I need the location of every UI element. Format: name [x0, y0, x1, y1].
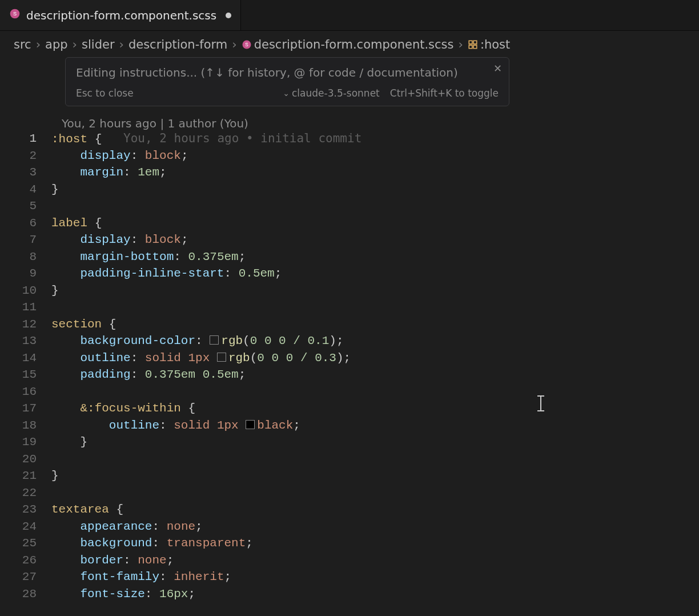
code-line[interactable]: 10}	[0, 282, 699, 299]
chevron-right-icon: ›	[458, 38, 463, 51]
color-swatch-icon[interactable]	[210, 335, 219, 345]
code-content[interactable]: :host { You, 2 hours ago • initial commi…	[51, 130, 361, 147]
breadcrumb-item[interactable]: src	[14, 38, 31, 51]
code-content[interactable]: outline: solid 1px black;	[51, 417, 300, 434]
code-line[interactable]: 28 font-size: 16px;	[0, 586, 699, 603]
code-line[interactable]: 20	[0, 451, 699, 468]
breadcrumb-item[interactable]: Sdescription-form.component.scss	[242, 38, 454, 51]
code-content[interactable]: border: none;	[51, 552, 174, 569]
line-number: 5	[0, 198, 51, 215]
scrollbar[interactable]	[690, 33, 698, 616]
code-content[interactable]: margin: 1em;	[51, 164, 167, 181]
code-content[interactable]: }	[51, 181, 59, 198]
scss-file-icon: S	[9, 8, 21, 23]
code-content[interactable]: font-family: inherit;	[51, 569, 231, 586]
code-line[interactable]: 11	[0, 299, 699, 316]
close-icon[interactable]: ✕	[493, 62, 502, 74]
code-content[interactable]: &:focus-within {	[51, 400, 195, 417]
chevron-down-icon: ⌄	[283, 89, 290, 98]
line-number: 20	[0, 451, 51, 468]
line-number: 2	[0, 147, 51, 165]
breadcrumb: src › app › slider › description-form › …	[0, 31, 699, 57]
code-line[interactable]: 26 border: none;	[0, 552, 699, 569]
code-line[interactable]: 7 display: block;	[0, 231, 699, 249]
code-content[interactable]: }	[51, 467, 59, 485]
chevron-right-icon: ›	[73, 38, 77, 51]
code-line[interactable]: 2 display: block;	[0, 147, 699, 165]
code-content[interactable]: textarea {	[51, 501, 123, 518]
line-number: 25	[0, 535, 51, 552]
code-line[interactable]: 3 margin: 1em;	[0, 164, 699, 181]
color-swatch-icon[interactable]	[217, 353, 226, 362]
code-line[interactable]: 9 padding-inline-start: 0.5em;	[0, 265, 699, 282]
line-number: 3	[0, 164, 51, 181]
line-number: 6	[0, 215, 51, 232]
color-swatch-icon[interactable]	[246, 420, 255, 429]
code-line[interactable]: 4}	[0, 181, 699, 198]
code-content[interactable]: }	[51, 434, 87, 451]
code-line[interactable]: 14 outline: solid 1px rgb(0 0 0 / 0.3);	[0, 350, 699, 367]
code-line[interactable]: 18 outline: solid 1px black;	[0, 417, 699, 434]
code-content[interactable]: background: transparent;	[51, 535, 253, 552]
inline-edit-prompt[interactable]: ✕ Editing instructions... (↑↓ for histor…	[65, 57, 509, 106]
prompt-input[interactable]: Editing instructions... (↑↓ for history,…	[76, 66, 499, 79]
code-line[interactable]: 22	[0, 485, 699, 502]
breadcrumb-item[interactable]: :host	[468, 38, 510, 51]
breadcrumb-item[interactable]: app	[45, 38, 68, 51]
code-line[interactable]: 25 background: transparent;	[0, 535, 699, 552]
code-content[interactable]: outline: solid 1px rgb(0 0 0 / 0.3);	[51, 350, 351, 367]
code-content[interactable]: appearance: none;	[51, 518, 203, 535]
editor-tab[interactable]: S description-form.component.scss	[0, 0, 241, 30]
breadcrumb-item[interactable]: description-form	[128, 38, 227, 51]
line-number: 15	[0, 366, 51, 383]
line-number: 1	[0, 130, 51, 147]
breadcrumb-item[interactable]: slider	[82, 38, 115, 51]
code-editor[interactable]: 1:host { You, 2 hours ago • initial comm…	[0, 130, 699, 616]
line-number: 21	[0, 467, 51, 485]
code-line[interactable]: 23textarea {	[0, 501, 699, 518]
line-number: 28	[0, 586, 51, 603]
code-content[interactable]: padding-inline-start: 0.5em;	[51, 265, 282, 282]
code-content[interactable]: display: block;	[51, 147, 188, 165]
chevron-right-icon: ›	[119, 38, 124, 51]
line-number: 13	[0, 333, 51, 350]
code-content[interactable]: padding: 0.375em 0.5em;	[51, 366, 246, 383]
line-number: 16	[0, 383, 51, 401]
tab-filename: description-form.component.scss	[26, 9, 216, 22]
symbol-icon	[468, 38, 480, 51]
code-line[interactable]: 5	[0, 198, 699, 215]
code-line[interactable]: 8 margin-bottom: 0.375em;	[0, 249, 699, 266]
tab-bar: S description-form.component.scss	[0, 0, 699, 31]
code-line[interactable]: 16	[0, 383, 699, 401]
code-content[interactable]: label {	[51, 215, 102, 232]
line-number: 14	[0, 350, 51, 367]
code-content[interactable]: }	[51, 282, 59, 299]
line-number: 18	[0, 417, 51, 434]
code-content[interactable]: margin-bottom: 0.375em;	[51, 249, 246, 266]
code-content[interactable]: section {	[51, 316, 116, 333]
model-selector[interactable]: ⌄ claude-3.5-sonnet	[283, 87, 379, 99]
line-number: 9	[0, 265, 51, 282]
code-line[interactable]: 27 font-family: inherit;	[0, 569, 699, 586]
line-number: 11	[0, 299, 51, 316]
code-line[interactable]: 15 padding: 0.375em 0.5em;	[0, 366, 699, 383]
code-line[interactable]: 17 &:focus-within {	[0, 400, 699, 417]
code-line[interactable]: 21}	[0, 467, 699, 485]
code-content[interactable]: font-size: 16px;	[51, 586, 195, 603]
line-number: 17	[0, 400, 51, 417]
line-number: 22	[0, 485, 51, 502]
git-blame-header: You, 2 hours ago | 1 author (You)	[62, 117, 248, 130]
unsaved-dot-icon	[226, 13, 231, 18]
code-line[interactable]: 13 background-color: rgb(0 0 0 / 0.1);	[0, 333, 699, 350]
svg-text:S: S	[13, 11, 17, 17]
line-number: 7	[0, 231, 51, 249]
code-line[interactable]: 19 }	[0, 434, 699, 451]
line-number: 23	[0, 501, 51, 518]
code-line[interactable]: 24 appearance: none;	[0, 518, 699, 535]
code-line[interactable]: 1:host { You, 2 hours ago • initial comm…	[0, 130, 699, 147]
chevron-right-icon: ›	[36, 38, 41, 51]
code-line[interactable]: 6label {	[0, 215, 699, 232]
code-line[interactable]: 12section {	[0, 316, 699, 333]
code-content[interactable]: background-color: rgb(0 0 0 / 0.1);	[51, 333, 344, 350]
code-content[interactable]: display: block;	[51, 231, 188, 249]
